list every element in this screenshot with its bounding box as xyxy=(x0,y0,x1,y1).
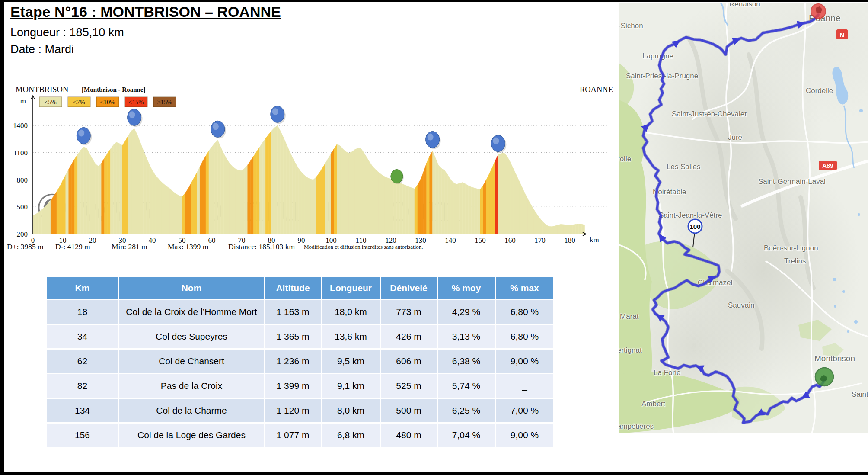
finish-marker xyxy=(811,4,826,19)
svg-text:800: 800 xyxy=(17,176,28,184)
table-cell: Col de la Loge des Gardes xyxy=(119,424,264,447)
feed-zone-marker xyxy=(391,170,403,183)
svg-text:100: 100 xyxy=(689,223,700,230)
table-cell: 426 m xyxy=(381,325,437,348)
table-header-cell: Km xyxy=(47,277,118,299)
table-header-row: KmNomAltitudeLongueurDénivelé% moy% max xyxy=(47,277,553,299)
elevation-profile-chart: © www.openrunner.com20050080011001400010… xyxy=(3,71,616,261)
table-cell: 8,0 km xyxy=(322,399,380,422)
svg-text:1400: 1400 xyxy=(13,122,28,130)
table-cell: 134 xyxy=(47,399,118,422)
table-cell: 5,74 % xyxy=(438,374,495,398)
col-marker xyxy=(77,128,90,144)
col-marker xyxy=(491,135,505,152)
stage-date: Date : Mardi xyxy=(10,43,74,56)
svg-text:Distance: 185.103 km: Distance: 185.103 km xyxy=(228,242,295,251)
climbs-table: KmNomAltitudeLongueurDénivelé% moy% max1… xyxy=(45,276,555,448)
svg-text:D-: 4129 m: D-: 4129 m xyxy=(55,242,90,251)
legend-label: >15% xyxy=(157,99,172,106)
table-cell: 7,04 % xyxy=(438,424,495,447)
legend-label: <7% xyxy=(73,99,85,106)
table-row: 34Col des Supeyres1 365 m13,6 km426 m3,1… xyxy=(47,325,553,348)
table-cell: 6,80 % xyxy=(496,325,553,348)
svg-text:A89: A89 xyxy=(822,162,833,169)
table-row: 82Pas de la Croix1 399 m9,1 km525 m5,74 … xyxy=(47,374,553,398)
page-border-bottom xyxy=(0,472,868,475)
table-cell: 1 120 m xyxy=(265,399,321,422)
gradient-legend: <5%<7%<10%<15%>15% xyxy=(39,97,176,107)
table-cell: 9,00 % xyxy=(496,424,553,447)
svg-text:200: 200 xyxy=(17,230,28,238)
chart-end-label: ROANNE xyxy=(580,85,613,94)
road-badge-n: N xyxy=(836,29,848,39)
table-cell: 9,00 % xyxy=(496,350,553,373)
table-cell: 18 xyxy=(47,300,118,324)
table-cell: 6,38 % xyxy=(438,350,495,373)
table-cell: 4,29 % xyxy=(438,300,495,324)
legend-label: <15% xyxy=(129,99,144,106)
table-row: 62Col de Chansert1 236 m9,5 km606 m6,38 … xyxy=(47,350,553,373)
svg-text:160: 160 xyxy=(504,236,516,244)
table-cell: Col de Chansert xyxy=(119,350,264,373)
table-cell: 82 xyxy=(47,374,118,398)
table-cell: 606 m xyxy=(381,350,437,373)
svg-text:1100: 1100 xyxy=(13,149,28,157)
table-cell: 9,5 km xyxy=(322,350,380,373)
stage: Etape N°16 : MONTBRISON – ROANNE Longueu… xyxy=(0,0,868,475)
svg-text:D+: 3985 m: D+: 3985 m xyxy=(7,242,44,251)
svg-text:150: 150 xyxy=(475,236,486,244)
table-row: 134Col de la Charme1 120 m8,0 km500 m6,2… xyxy=(47,399,553,422)
col-marker xyxy=(426,132,440,148)
table-cell: 525 m xyxy=(381,374,437,398)
table-header-cell: Nom xyxy=(119,277,264,299)
table-cell: Pas de la Croix xyxy=(119,374,264,398)
chart-range-label: [Montbrison - Roanne] xyxy=(82,86,146,93)
svg-text:m: m xyxy=(20,97,26,105)
legend-label: <5% xyxy=(45,99,57,106)
table-cell: 6,25 % xyxy=(438,399,495,422)
map-route-layer: 100A89N xyxy=(619,3,868,433)
table-cell: 156 xyxy=(47,424,118,447)
page-title: Etape N°16 : MONTBRISON – ROANNE xyxy=(10,3,281,20)
table-cell: 1 236 m xyxy=(265,350,321,373)
col-marker xyxy=(271,106,284,122)
svg-text:Modification et diffusion inte: Modification et diffusion interdites san… xyxy=(304,244,423,250)
table-cell: 34 xyxy=(47,325,118,348)
svg-text:500: 500 xyxy=(17,203,28,211)
table-cell: Col de la Charme xyxy=(119,399,264,422)
col-marker xyxy=(211,121,225,137)
stage-length: Longueur : 185,10 km xyxy=(10,26,124,39)
route-line xyxy=(643,15,825,423)
table-cell: 6,80 % xyxy=(496,300,553,324)
svg-text:km: km xyxy=(590,236,599,244)
table-cell: 6,8 km xyxy=(322,424,380,447)
table-cell: 1 077 m xyxy=(265,424,321,447)
table-cell: 1 399 m xyxy=(265,374,321,398)
legend-label: <10% xyxy=(100,99,115,106)
start-marker xyxy=(815,368,833,386)
svg-text:140: 140 xyxy=(445,236,456,244)
svg-text:N: N xyxy=(840,31,845,39)
svg-text:180: 180 xyxy=(564,236,575,244)
table-header-cell: % moy xyxy=(438,277,495,299)
svg-text:Min: 281 m: Min: 281 m xyxy=(112,242,147,251)
table-cell: 1 365 m xyxy=(265,325,321,348)
table-header-cell: Longueur xyxy=(322,277,380,299)
table-cell: 18,0 km xyxy=(322,300,380,324)
table-cell: 9,1 km xyxy=(322,374,380,398)
svg-text:60: 60 xyxy=(208,236,216,244)
table-cell: 480 m xyxy=(381,424,437,447)
table-row: 18Col de la Croix de l’Homme Mort1 163 m… xyxy=(47,300,553,324)
table-cell: Col des Supeyres xyxy=(119,325,264,348)
svg-text:40: 40 xyxy=(149,236,156,244)
table-cell: 1 163 m xyxy=(265,300,321,324)
chart-start-label: MONTBRISON xyxy=(16,85,68,94)
table-cell: 7,00 % xyxy=(496,399,553,422)
svg-text:Max: 1399 m: Max: 1399 m xyxy=(168,242,209,251)
table-cell: _ xyxy=(496,374,553,398)
table-cell: 13,6 km xyxy=(322,325,380,348)
km-100-marker: 100 xyxy=(688,219,702,247)
table-row: 156Col de la Loge des Gardes1 077 m6,8 k… xyxy=(47,424,553,447)
table-header-cell: % max xyxy=(496,277,553,299)
table-header-cell: Dénivelé xyxy=(381,277,437,299)
